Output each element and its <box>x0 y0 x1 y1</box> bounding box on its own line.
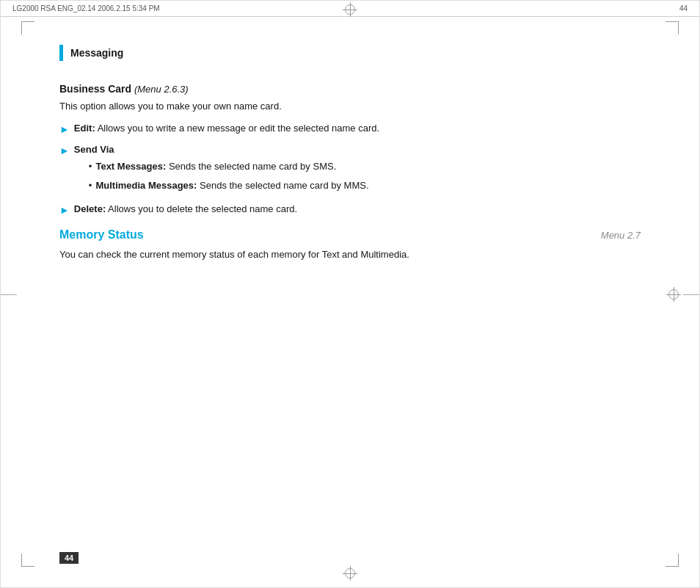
mms-msg-label: Multimedia Messages: <box>95 180 197 191</box>
reg-mark-bottom <box>345 568 355 578</box>
reg-circle-bottom <box>345 568 355 578</box>
memory-status-description: You can check the current memory status … <box>59 247 641 263</box>
reg-mark-top <box>345 4 355 15</box>
list-item: ► Delete: Allows you to delete the selec… <box>59 202 641 218</box>
reg-circle-right <box>668 289 679 300</box>
business-card-title: Business Card (Menu 2.6.3) <box>59 83 641 95</box>
list-item: ► Send Via • Text Messages: Sends the se… <box>59 142 641 197</box>
text-msg-text: Text Messages: Sends the selected name c… <box>95 159 336 174</box>
list-item: • Text Messages: Sends the selected name… <box>89 159 641 174</box>
arrow-icon-edit: ► <box>59 122 70 137</box>
business-card-menu-ref: (Menu 2.6.3) <box>134 84 189 95</box>
corner-mark-br <box>666 553 679 567</box>
memory-status-menu-ref: Menu 2.7 <box>601 230 641 241</box>
corner-mark-tl <box>21 21 34 35</box>
memory-status-title: Memory Status <box>59 228 144 242</box>
memory-status-section: Memory Status Menu 2.7 You can check the… <box>59 228 641 263</box>
send-via-text: Send Via • Text Messages: Sends the sele… <box>74 142 641 197</box>
blue-bar <box>59 45 63 61</box>
corner-mark-bl <box>21 553 34 567</box>
page-container: LG2000 RSA ENG_02.14 2006.2.15 5:34 PM 4… <box>0 0 700 588</box>
reg-mark-right <box>668 289 679 300</box>
corner-mark-tr <box>666 21 679 35</box>
reg-circle-top <box>345 4 355 15</box>
crop-line-left <box>1 294 17 295</box>
delete-label: Delete: <box>74 203 106 214</box>
crop-line-right <box>683 294 699 295</box>
arrow-list: ► Edit: Allows you to write a new messag… <box>59 121 641 219</box>
mms-msg-text: Multimedia Messages: Sends the selected … <box>95 178 368 193</box>
bullet-text-msg: • <box>89 159 92 174</box>
business-card-title-text: Business Card <box>59 83 131 95</box>
business-card-description: This option allows you to make your own … <box>59 99 641 114</box>
memory-status-header: Memory Status Menu 2.7 <box>59 228 641 242</box>
edit-label: Edit: <box>74 123 95 134</box>
main-content: Messaging Business Card (Menu 2.6.3) Thi… <box>59 45 641 529</box>
section-title-container: Messaging <box>59 45 641 61</box>
bullet-mms-msg: • <box>89 178 92 193</box>
edit-item-text: Edit: Allows you to write a new message … <box>74 121 641 136</box>
arrow-icon-send: ► <box>59 143 70 159</box>
page-number: 44 <box>65 553 73 562</box>
list-item: • Multimedia Messages: Sends the selecte… <box>89 178 641 193</box>
send-via-label: Send Via <box>74 144 114 155</box>
page-number-box: 44 <box>59 552 79 564</box>
delete-item-text: Delete: Allows you to delete the selecte… <box>74 202 641 217</box>
business-card-section: Business Card (Menu 2.6.3) This option a… <box>59 83 641 218</box>
sub-list: • Text Messages: Sends the selected name… <box>89 159 641 192</box>
list-item: ► Edit: Allows you to write a new messag… <box>59 121 641 137</box>
section-title: Messaging <box>70 47 123 59</box>
text-msg-label: Text Messages: <box>95 161 166 172</box>
header-page-num: 44 <box>679 4 688 12</box>
arrow-icon-delete: ► <box>59 203 70 218</box>
